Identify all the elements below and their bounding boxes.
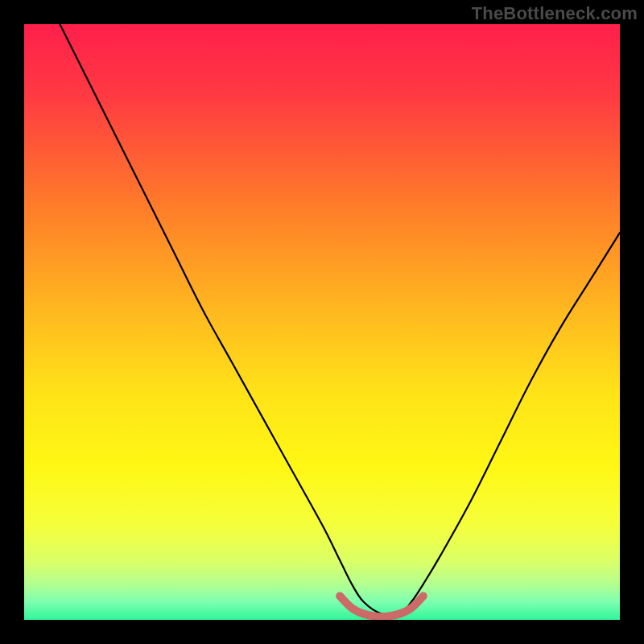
chart-frame: TheBottleneck.com	[0, 0, 644, 644]
gradient-background	[24, 24, 620, 620]
bottleneck-chart	[24, 24, 620, 620]
watermark-text: TheBottleneck.com	[472, 3, 638, 24]
